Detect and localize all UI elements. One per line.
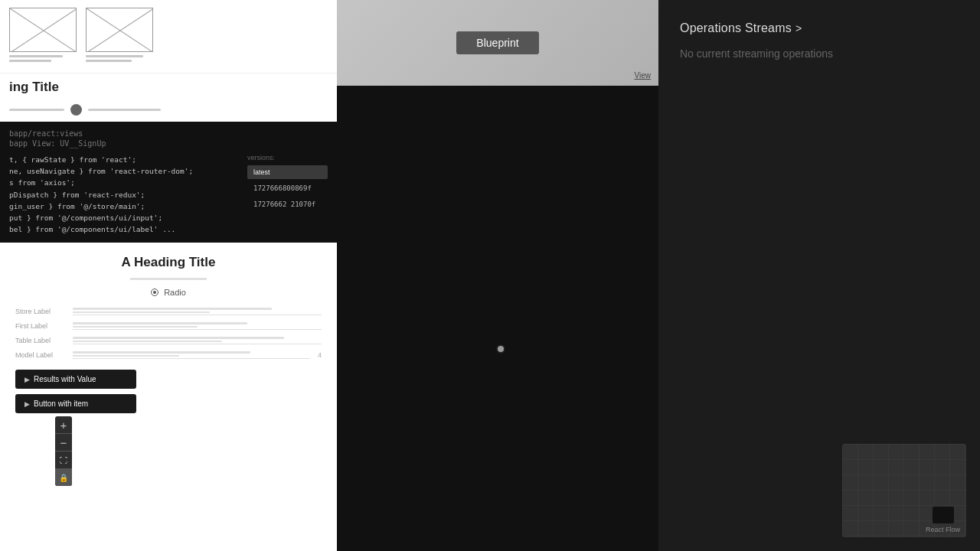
wf-label-1b	[9, 60, 51, 62]
code-line-5: gin_user } from '@/store/main';	[9, 201, 238, 212]
form-row-2: First Label	[15, 322, 322, 330]
zoom-out-button[interactable]: −	[55, 434, 72, 451]
field-label-2: First Label	[15, 322, 65, 330]
version-item-latest[interactable]: latest	[247, 165, 328, 179]
btn-label-2: Button with item	[34, 399, 88, 408]
ops-header: Operations Streams >	[680, 21, 959, 35]
code-line-7: bel } from '@/components/ui/label' ...	[9, 223, 238, 235]
code-line-3: s from 'axios';	[9, 177, 238, 188]
right-preview-column: Blueprint View	[337, 0, 658, 551]
cursor-indicator	[498, 346, 504, 352]
ops-streams-title: Operations Streams	[680, 21, 792, 35]
code-line-4: pDispatch } from 'react-redux';	[9, 189, 238, 201]
left-column: ing Title bapp/react:views bapp View: UV…	[0, 0, 337, 551]
section-heading: ing Title	[9, 80, 328, 95]
heading-slider-section: ing Title	[0, 73, 337, 122]
mini-preview-panel[interactable]: React Flow	[842, 444, 966, 537]
code-subpath: bapp View: UV__SignUp	[9, 139, 328, 148]
field-input-3[interactable]	[73, 337, 322, 344]
ops-chevron-icon[interactable]: >	[795, 22, 802, 34]
field-input-4[interactable]	[73, 351, 310, 359]
form-fields: Store Label First Label	[15, 308, 322, 359]
radio-row: Radio	[15, 288, 322, 297]
action-button-1[interactable]: ▶ Results with Value	[15, 370, 136, 389]
field-input-2[interactable]	[73, 322, 322, 330]
radio-label: Radio	[164, 288, 186, 297]
mini-preview-label: React Flow	[926, 526, 960, 533]
wireframe-section	[0, 0, 337, 73]
slider-track-right	[88, 109, 161, 111]
wireframe-box-1	[9, 8, 77, 52]
action-button-2[interactable]: ▶ Button with item	[15, 394, 136, 413]
dark-canvas[interactable]	[337, 86, 658, 551]
form-row-1: Store Label	[15, 308, 322, 315]
code-lines: t, { rawState } from 'react'; ne, useNav…	[9, 154, 238, 235]
field-label-1: Store Label	[15, 308, 65, 315]
field-counter: 4	[318, 351, 322, 359]
zoom-expand-button[interactable]: ⛶	[55, 452, 72, 468]
btn-icon-1: ▶	[24, 376, 30, 383]
btn-label-1: Results with Value	[34, 375, 96, 383]
radio-button[interactable]	[151, 289, 158, 296]
code-path: bapp/react:views	[9, 129, 328, 138]
field-input-1[interactable]	[73, 308, 322, 315]
slider-row	[9, 104, 328, 116]
version-item-2[interactable]: 17276662 21070f	[247, 197, 328, 211]
form-underline	[130, 278, 207, 280]
form-buttons: ▶ Results with Value ▶ Button with item	[15, 370, 322, 413]
blueprint-card: Blueprint View	[337, 0, 658, 86]
zoom-lock-button[interactable]: 🔒	[55, 469, 72, 486]
mini-dark-block	[933, 507, 954, 523]
slider-knob[interactable]	[70, 104, 82, 116]
view-link[interactable]: View	[635, 71, 652, 80]
code-section: bapp/react:views bapp View: UV__SignUp t…	[0, 122, 337, 243]
mini-preview-content: React Flow	[842, 444, 966, 537]
wf-label-1a	[9, 55, 63, 57]
code-line-1: t, { rawState } from 'react';	[9, 154, 238, 165]
form-section: A Heading Title Radio Store Label	[0, 243, 337, 425]
form-row-4: Model Label 4	[15, 351, 322, 359]
wireframe-boxes-row	[9, 8, 328, 62]
field-label-3: Table Label	[15, 337, 65, 344]
main-panel: ing Title bapp/react:views bapp View: UV…	[0, 0, 658, 551]
right-sidebar: Operations Streams > No current streamin…	[658, 0, 980, 551]
btn-icon-2: ▶	[24, 400, 30, 408]
code-line-6: put } from '@/components/ui/input';	[9, 212, 238, 223]
ops-status-text: No current streaming operations	[680, 46, 959, 62]
code-line-2: ne, useNavigate } from 'react-router-dom…	[9, 165, 238, 177]
versions-panel: versions: latest 1727666800869f 17276662…	[247, 154, 328, 235]
wireframe-box-2	[86, 8, 153, 52]
zoom-controls: + − ⛶ 🔒	[55, 416, 72, 486]
form-row-3: Table Label	[15, 337, 322, 344]
zoom-in-button[interactable]: +	[55, 416, 72, 433]
wf-label-2b	[86, 60, 132, 62]
blueprint-button[interactable]: Blueprint	[456, 31, 538, 54]
field-label-4: Model Label	[15, 351, 65, 359]
form-heading: A Heading Title	[15, 255, 322, 270]
wf-label-2a	[86, 55, 143, 57]
slider-track-left	[9, 109, 64, 111]
version-item-1[interactable]: 1727666800869f	[247, 181, 328, 195]
versions-label: versions:	[247, 154, 328, 161]
